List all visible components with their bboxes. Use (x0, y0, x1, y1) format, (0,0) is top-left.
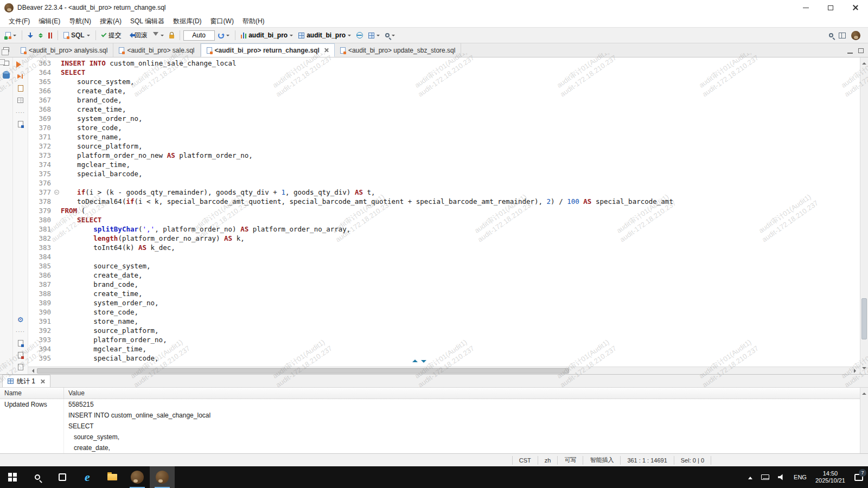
start-button[interactable] (0, 466, 25, 488)
status-item-4[interactable]: 361 : 1 : 14691 (620, 456, 673, 465)
restore-view-icon[interactable] (3, 47, 9, 52)
code-line-373[interactable]: 373 platform_order_no_new AS platform_or… (28, 151, 860, 160)
code-line-382[interactable]: 382 length(platform_order_no_array) AS k… (28, 234, 860, 243)
code-line-380[interactable]: 380 SELECT (28, 215, 860, 224)
code-area[interactable]: 363INSERT INTO custom_online_sale_change… (28, 57, 860, 367)
task-view-button[interactable] (50, 466, 75, 488)
save-script-button[interactable] (16, 351, 25, 359)
status-item-3[interactable]: 智能插入 (583, 456, 620, 465)
menu-item-1[interactable]: 编辑(E) (34, 16, 65, 27)
code-line-375[interactable]: 375 special_barcode, (28, 169, 860, 178)
code-line-370[interactable]: 370 store_code, (28, 123, 860, 132)
touch-keyboard-button[interactable] (757, 466, 774, 488)
menu-item-4[interactable]: SQL 编辑器 (126, 16, 169, 27)
execute-all-button[interactable] (46, 30, 54, 40)
minimize-button[interactable] (793, 0, 818, 15)
menu-item-7[interactable]: 帮助(H) (238, 16, 269, 27)
code-line-386[interactable]: 386 create_date, (28, 271, 860, 280)
minimize-view-icon[interactable] (847, 53, 853, 54)
code-line-384[interactable]: 384 (28, 252, 860, 261)
editor-tab-2[interactable]: <audit_bi_pro> return_change.sql (201, 43, 335, 57)
table-row[interactable]: INSERT INTO custom_online_sale_change_lo… (0, 410, 860, 421)
open-console-button[interactable] (16, 120, 25, 128)
menu-item-2[interactable]: 导航(N) (65, 16, 95, 27)
panel-scroll-up-arrow[interactable] (860, 389, 868, 396)
table-row[interactable]: source_system, (0, 432, 860, 442)
dbeaver-taskbar-button-1[interactable] (125, 466, 150, 488)
column-header-name[interactable]: Name (0, 388, 64, 399)
code-line-391[interactable]: 391 store_name, (28, 317, 860, 326)
settings-gear-icon[interactable]: ⚙ (16, 316, 25, 323)
explain-plan-button[interactable] (16, 85, 25, 92)
table-row[interactable]: create_date, (0, 442, 860, 453)
grid-header[interactable]: Name Value (0, 388, 860, 399)
code-line-378[interactable]: 378 toDecimal64(if(i < k, special_barcod… (28, 197, 860, 206)
menu-item-0[interactable]: 文件(F) (4, 16, 34, 27)
execute-script-button[interactable] (16, 73, 25, 80)
search-dropdown[interactable] (383, 31, 397, 40)
code-line-381[interactable]: 381 splitByChar(',', platform_order_no) … (28, 224, 860, 234)
menu-item-6[interactable]: 窗口(W) (206, 16, 238, 27)
script-file-button[interactable] (16, 363, 25, 371)
menu-item-5[interactable]: 数据库(D) (169, 16, 206, 27)
more-options-button[interactable]: ···· (16, 328, 25, 335)
code-line-363[interactable]: 363INSERT INTO custom_online_sale_change… (28, 59, 860, 68)
grid-presentation-dropdown[interactable] (366, 31, 382, 40)
transaction-log-dropdown[interactable] (216, 31, 232, 40)
scroll-down-arrow[interactable] (860, 365, 868, 373)
execute-statement-button[interactable] (16, 61, 25, 68)
taskbar-search-button[interactable] (25, 466, 50, 488)
volume-button[interactable] (774, 466, 789, 488)
code-line-395[interactable]: 395 special_barcode, (28, 354, 860, 363)
commit-button[interactable]: 提交 (99, 29, 124, 42)
statistics-tab[interactable]: 统计 1 (2, 375, 50, 387)
language-indicator[interactable]: ENG (789, 466, 811, 488)
close-tab-icon[interactable] (324, 48, 329, 53)
code-line-365[interactable]: 365 source_system, (28, 77, 860, 86)
code-line-385[interactable]: 385 source_system, (28, 261, 860, 271)
code-line-368[interactable]: 368 create_time, (28, 105, 860, 114)
code-line-367[interactable]: 367 brand_code, (28, 95, 860, 105)
export-script-button[interactable] (16, 339, 25, 347)
scroll-up-arrow[interactable] (860, 59, 868, 66)
editor-tab-1[interactable]: <audit_bi_pro> sale.sql (113, 43, 200, 57)
column-header-value[interactable]: Value (64, 388, 860, 399)
tray-show-hidden-button[interactable] (744, 466, 757, 488)
close-tab-icon[interactable] (40, 379, 45, 384)
sync-button[interactable] (36, 29, 45, 42)
quick-access-search-icon[interactable] (829, 33, 833, 37)
scroll-right-arrow[interactable] (852, 367, 860, 375)
code-line-390[interactable]: 390 store_code, (28, 307, 860, 317)
sql-mode-dropdown[interactable]: SQL (61, 30, 92, 41)
table-row[interactable]: Updated Rows5585215 (0, 399, 860, 410)
code-line-371[interactable]: 371 store_name, (28, 132, 860, 142)
perspective-icon[interactable] (839, 33, 846, 38)
code-line-393[interactable]: 393 platform_order_no, (28, 335, 860, 344)
maximize-button[interactable] (818, 0, 843, 15)
vertical-scrollbar[interactable] (860, 57, 868, 374)
code-line-392[interactable]: 392 source_platform, (28, 326, 860, 335)
transaction-mode-dropdown[interactable] (151, 30, 166, 40)
close-button[interactable] (843, 0, 868, 15)
code-line-374[interactable]: 374 mgclear_time, (28, 160, 860, 169)
code-line-383[interactable]: 383 toInt64(k) AS k_dec, (28, 243, 860, 252)
code-line-387[interactable]: 387 brand_code, (28, 280, 860, 289)
code-line-379[interactable]: 379FROM ( (28, 206, 860, 215)
maximize-view-icon[interactable] (858, 48, 864, 53)
table-row[interactable]: SELECT (0, 421, 860, 432)
lock-button[interactable] (167, 30, 176, 40)
editor-tab-3[interactable]: <audit_bi_pro> update_sbz_store.sql (335, 43, 461, 57)
database-navigator-icon[interactable] (3, 71, 10, 79)
code-line-377[interactable]: 377 if(i > (k - goods_qty_remainder), go… (28, 188, 860, 197)
status-item-0[interactable]: CST (512, 456, 538, 465)
horizontal-scrollbar[interactable] (28, 367, 860, 374)
status-item-2[interactable]: 可写 (557, 456, 583, 465)
editor-tab-0[interactable]: <audit_bi_pro> analysis.sql (15, 43, 113, 57)
panel-sash-handle[interactable] (412, 359, 426, 365)
more-actions-button[interactable]: ···· (16, 108, 25, 116)
network-button[interactable] (354, 30, 365, 40)
clock[interactable]: 14:50 2025/10/21 (811, 466, 850, 488)
horizontal-scroll-thumb[interactable] (37, 368, 569, 374)
status-item-1[interactable]: zh (538, 456, 558, 465)
dbeaver-taskbar-button-2[interactable] (150, 466, 175, 488)
